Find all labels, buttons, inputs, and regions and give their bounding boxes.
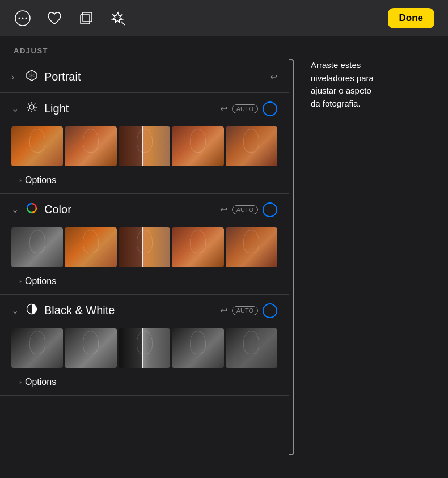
done-button[interactable]: Done xyxy=(388,8,435,28)
bracket-line xyxy=(289,59,294,455)
color-toggle[interactable] xyxy=(263,202,277,217)
svg-point-7 xyxy=(29,105,34,109)
svg-point-2 xyxy=(22,17,24,19)
color-chevron: ⌄ xyxy=(11,204,19,215)
svg-rect-4 xyxy=(83,12,92,22)
bw-auto-badge[interactable]: AUTO xyxy=(232,306,258,315)
svg-rect-5 xyxy=(81,15,90,24)
portrait-icon xyxy=(25,69,39,84)
adjust-title: ADJUST xyxy=(0,36,289,61)
color-strip-5[interactable] xyxy=(226,227,277,267)
bw-options-label: Options xyxy=(25,377,56,387)
light-options-chevron: › xyxy=(19,176,22,184)
color-controls: ↩ AUTO xyxy=(220,202,277,217)
color-strip-1[interactable] xyxy=(11,227,63,267)
bw-strip-5[interactable] xyxy=(226,328,277,368)
portrait-undo-icon[interactable]: ↩ xyxy=(270,71,277,82)
light-label: Light xyxy=(44,102,214,115)
annotation-text: Arraste estesniveladores paraajustar o a… xyxy=(311,48,374,110)
section-bw: ⌄ Black & White ↩ AUTO xyxy=(0,295,289,396)
color-options-label: Options xyxy=(25,276,56,286)
light-auto-badge[interactable]: AUTO xyxy=(232,104,258,113)
light-options-row[interactable]: › Options xyxy=(0,172,289,193)
toolbar-left xyxy=(14,9,127,27)
svg-line-13 xyxy=(35,110,36,111)
svg-point-1 xyxy=(19,17,20,19)
light-toggle[interactable] xyxy=(263,101,277,116)
svg-line-14 xyxy=(35,104,36,105)
portrait-controls: ↩ xyxy=(270,71,277,82)
light-undo-icon[interactable]: ↩ xyxy=(220,103,227,114)
bw-strip-4[interactable] xyxy=(172,328,223,368)
bw-chevron: ⌄ xyxy=(11,305,19,316)
svg-line-12 xyxy=(28,104,29,105)
bw-options-row[interactable]: › Options xyxy=(0,374,289,395)
light-header[interactable]: ⌄ Light ↩ xyxy=(0,93,289,124)
bw-header[interactable]: ⌄ Black & White ↩ AUTO xyxy=(0,295,289,326)
light-strip-1[interactable] xyxy=(11,126,63,166)
annotation-area: Arraste estesniveladores paraajustar o a… xyxy=(289,36,448,478)
bw-strip-3[interactable] xyxy=(119,328,170,368)
main-layout: ADJUST › Portrait ↩ ⌄ xyxy=(0,36,448,478)
light-strip-3[interactable] xyxy=(119,126,170,166)
bw-image-strip xyxy=(0,326,289,374)
light-image-strip xyxy=(0,124,289,172)
bw-controls: ↩ AUTO xyxy=(220,303,277,318)
light-strip-5[interactable] xyxy=(226,126,277,166)
bw-strip-2[interactable] xyxy=(65,328,116,368)
color-header[interactable]: ⌄ Color ↩ AUTO xyxy=(0,194,289,225)
color-strip-4[interactable] xyxy=(172,227,223,267)
svg-line-15 xyxy=(28,110,29,111)
heart-button[interactable] xyxy=(45,9,64,27)
bw-undo-icon[interactable]: ↩ xyxy=(220,305,227,316)
light-options-label: Options xyxy=(25,175,56,185)
bw-options-chevron: › xyxy=(19,378,22,386)
svg-point-3 xyxy=(26,17,27,19)
bw-icon xyxy=(25,303,39,318)
bw-strip-1[interactable] xyxy=(11,328,63,368)
light-controls: ↩ AUTO xyxy=(220,101,277,116)
section-light: ⌄ Light ↩ xyxy=(0,93,289,194)
light-chevron: ⌄ xyxy=(11,103,19,114)
section-portrait: › Portrait ↩ xyxy=(0,61,289,93)
color-icon xyxy=(25,202,39,217)
color-options-chevron: › xyxy=(19,277,22,285)
section-color: ⌄ Color ↩ AUTO xyxy=(0,194,289,295)
more-button[interactable] xyxy=(14,9,32,27)
portrait-header[interactable]: › Portrait ↩ xyxy=(0,61,289,92)
light-strip-2[interactable] xyxy=(65,126,116,166)
color-strip-2[interactable] xyxy=(65,227,116,267)
bw-label: Black & White xyxy=(44,304,214,317)
portrait-chevron: › xyxy=(11,72,19,82)
sidebar: ADJUST › Portrait ↩ ⌄ xyxy=(0,36,289,478)
color-image-strip xyxy=(0,225,289,273)
color-undo-icon[interactable]: ↩ xyxy=(220,204,227,215)
portrait-label: Portrait xyxy=(44,70,264,83)
magic-button[interactable] xyxy=(109,9,127,27)
toolbar: Done xyxy=(0,0,448,36)
color-strip-3[interactable] xyxy=(119,227,170,267)
svg-line-6 xyxy=(121,22,125,25)
color-options-row[interactable]: › Options xyxy=(0,273,289,294)
color-label: Color xyxy=(44,203,214,216)
light-icon xyxy=(25,101,39,116)
color-auto-badge[interactable]: AUTO xyxy=(232,205,258,214)
bw-toggle[interactable] xyxy=(263,303,277,318)
light-strip-4[interactable] xyxy=(172,126,223,166)
crop-button[interactable] xyxy=(77,9,95,27)
